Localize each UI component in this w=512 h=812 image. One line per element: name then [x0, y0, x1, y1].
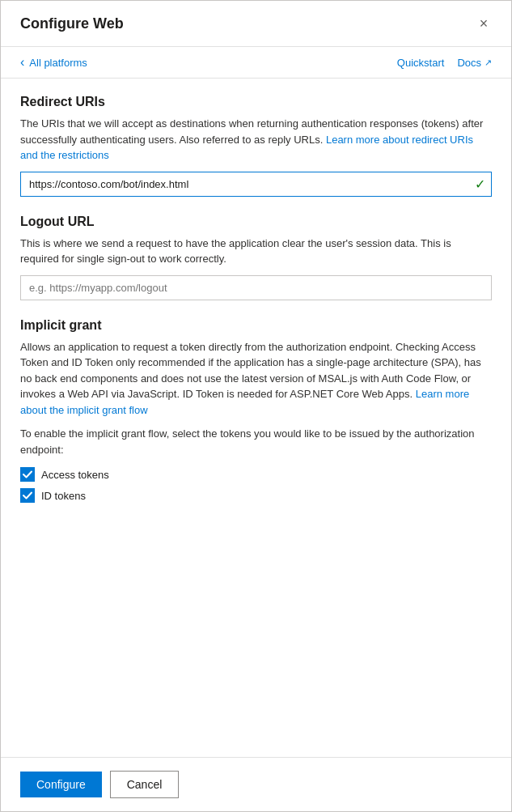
quickstart-label: Quickstart — [397, 57, 445, 69]
id-tokens-checkbox[interactable] — [20, 488, 35, 503]
close-icon: × — [480, 15, 489, 32]
docs-link[interactable]: Docs — [457, 57, 492, 69]
docs-label: Docs — [457, 57, 481, 69]
redirect-uri-input[interactable] — [20, 172, 492, 197]
redirect-uris-section: Redirect URIs The URIs that we will acce… — [20, 95, 492, 197]
nav-right: Quickstart Docs — [397, 57, 492, 69]
back-link[interactable]: All platforms — [20, 55, 87, 70]
configure-web-modal: Configure Web × All platforms Quickstart… — [0, 0, 512, 812]
logout-url-section: Logout URL This is where we send a reque… — [20, 215, 492, 300]
quickstart-link[interactable]: Quickstart — [397, 57, 445, 69]
logout-url-description: This is where we send a request to have … — [20, 236, 492, 267]
implicit-grant-section: Implicit grant Allows an application to … — [20, 318, 492, 504]
implicit-grant-enable-text: To enable the implicit grant flow, selec… — [20, 426, 492, 457]
id-tokens-label: ID tokens — [41, 490, 86, 502]
access-tokens-row: Access tokens — [20, 467, 492, 482]
close-button[interactable]: × — [472, 12, 495, 35]
logout-url-input[interactable] — [20, 275, 492, 300]
modal-footer: Configure Cancel — [1, 757, 511, 811]
implicit-grant-title: Implicit grant — [20, 318, 492, 333]
cancel-button[interactable]: Cancel — [110, 771, 180, 798]
access-tokens-label: Access tokens — [41, 469, 109, 481]
modal-title: Configure Web — [20, 15, 124, 32]
modal-header: Configure Web × — [1, 1, 511, 47]
logout-url-title: Logout URL — [20, 215, 492, 229]
redirect-uris-title: Redirect URIs — [20, 95, 492, 109]
configure-button[interactable]: Configure — [20, 772, 102, 797]
implicit-grant-description: Allows an application to request a token… — [20, 339, 492, 419]
redirect-uris-description: The URIs that we will accept as destinat… — [20, 116, 492, 164]
input-valid-icon: ✓ — [475, 176, 485, 192]
access-tokens-checkbox[interactable] — [20, 467, 35, 482]
modal-body: Redirect URIs The URIs that we will acce… — [1, 79, 511, 757]
chevron-left-icon — [20, 55, 26, 70]
redirect-uri-input-wrapper: ✓ — [20, 172, 492, 197]
implicit-grant-desc-text: Allows an application to request a token… — [20, 341, 481, 401]
nav-bar: All platforms Quickstart Docs — [1, 47, 511, 79]
id-tokens-row: ID tokens — [20, 488, 492, 503]
back-label: All platforms — [29, 57, 87, 69]
